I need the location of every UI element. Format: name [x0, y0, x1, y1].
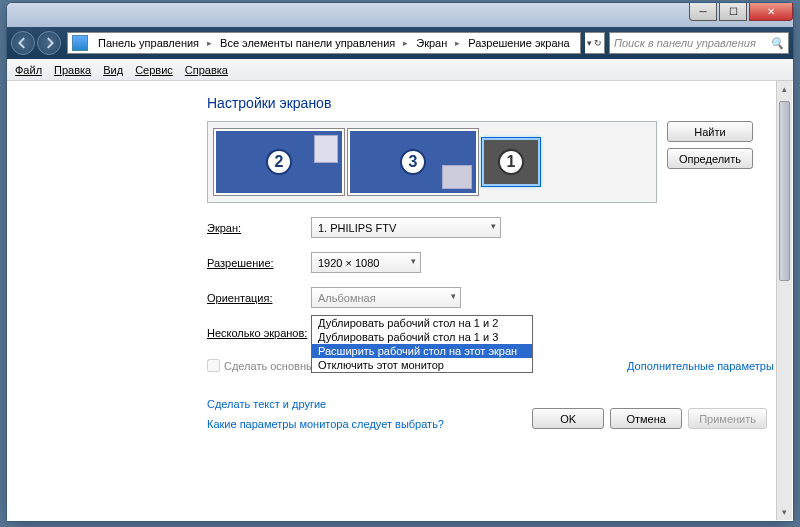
orientation-dropdown[interactable]: Альбомная	[311, 287, 461, 308]
dialog-buttons: OK Отмена Применить	[532, 408, 767, 429]
screen-label: Экран:	[207, 222, 311, 234]
chevron-right-icon: ▸	[203, 38, 216, 48]
search-input[interactable]: Поиск в панели управления 🔍	[609, 32, 789, 54]
monitor-3[interactable]: 3	[348, 129, 478, 195]
monitor-2[interactable]: 2	[214, 129, 344, 195]
scroll-down-icon[interactable]: ▾	[777, 504, 792, 520]
screen-dropdown[interactable]: 1. PHILIPS FTV	[311, 217, 501, 238]
breadcrumb-bar[interactable]: Панель управления▸ Все элементы панели у…	[67, 32, 581, 54]
chevron-right-icon: ▸	[399, 38, 412, 48]
nav-back-button[interactable]	[11, 31, 35, 55]
close-button[interactable]: ✕	[749, 3, 793, 21]
apply-button: Применить	[688, 408, 767, 429]
scrollbar-thumb[interactable]	[779, 101, 790, 281]
dropdown-option[interactable]: Дублировать рабочий стол на 1 и 3	[312, 330, 532, 344]
menu-file[interactable]: Файл	[15, 64, 42, 76]
titlebar[interactable]: ─ ☐ ✕	[7, 3, 793, 27]
window-controls: ─ ☐ ✕	[687, 3, 793, 21]
vertical-scrollbar[interactable]: ▴ ▾	[776, 81, 792, 520]
orientation-label: Ориентация:	[207, 292, 311, 304]
monitor-number: 2	[266, 149, 292, 175]
refresh-button[interactable]: ▾ ↻	[585, 32, 605, 54]
monitor-number: 1	[498, 149, 524, 175]
crumb-item[interactable]: Экран	[412, 37, 451, 49]
scroll-up-icon[interactable]: ▴	[777, 81, 792, 97]
detect-button[interactable]: Определить	[667, 148, 753, 169]
ok-button[interactable]: OK	[532, 408, 604, 429]
menu-help[interactable]: Справка	[185, 64, 228, 76]
monitor-number: 3	[400, 149, 426, 175]
menu-tools[interactable]: Сервис	[135, 64, 173, 76]
dropdown-option-selected[interactable]: Расширить рабочий стол на этот экран	[312, 344, 532, 358]
side-buttons: Найти Определить	[667, 121, 753, 169]
menu-bar: Файл Правка Вид Сервис Справка	[7, 59, 793, 81]
menu-edit[interactable]: Правка	[54, 64, 91, 76]
advanced-settings-link[interactable]: Дополнительные параметры	[627, 360, 774, 372]
window-decoration	[314, 135, 338, 163]
chevron-right-icon: ▸	[451, 38, 464, 48]
window: ─ ☐ ✕ Панель управления▸ Все элементы па…	[6, 2, 794, 522]
crumb-item[interactable]: Разрешение экрана	[464, 37, 573, 49]
monitor-1-selected[interactable]: 1	[482, 138, 540, 186]
nav-bar: Панель управления▸ Все элементы панели у…	[7, 27, 793, 59]
resolution-dropdown[interactable]: 1920 × 1080	[311, 252, 421, 273]
page-title: Настройки экранов	[207, 95, 793, 111]
minimize-button[interactable]: ─	[689, 3, 717, 21]
search-placeholder: Поиск в панели управления	[614, 37, 756, 49]
control-panel-icon	[72, 35, 88, 51]
resolution-label: Разрешение:	[207, 257, 311, 269]
multi-screen-dropdown-list[interactable]: Дублировать рабочий стол на 1 и 2 Дублир…	[311, 315, 533, 373]
dropdown-option[interactable]: Дублировать рабочий стол на 1 и 2	[312, 316, 532, 330]
primary-checkbox	[207, 359, 220, 372]
maximize-button[interactable]: ☐	[719, 3, 747, 21]
dropdown-option[interactable]: Отключить этот монитор	[312, 358, 532, 372]
monitor-arrangement[interactable]: 2 3 1	[207, 121, 657, 203]
content-area: Настройки экранов 2 3 1 Найти Определить…	[7, 81, 793, 430]
primary-label: Сделать основным	[224, 360, 321, 372]
window-decoration	[442, 165, 472, 189]
find-button[interactable]: Найти	[667, 121, 753, 142]
multi-screen-label: Несколько экранов:	[207, 327, 311, 339]
crumb-item[interactable]: Все элементы панели управления	[216, 37, 399, 49]
cancel-button[interactable]: Отмена	[610, 408, 682, 429]
crumb-item[interactable]: Панель управления	[94, 37, 203, 49]
search-icon: 🔍	[770, 37, 784, 50]
menu-view[interactable]: Вид	[103, 64, 123, 76]
nav-forward-button[interactable]	[37, 31, 61, 55]
